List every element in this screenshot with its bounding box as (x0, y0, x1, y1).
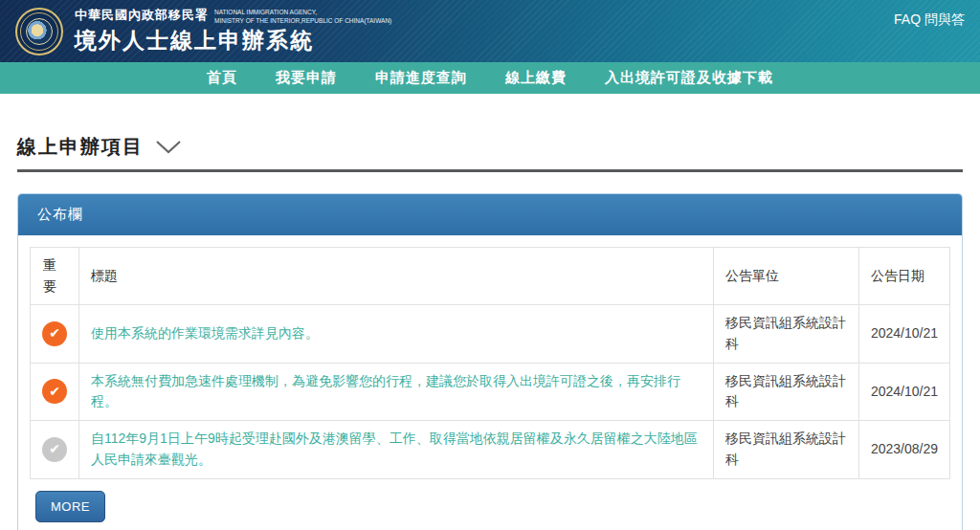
system-title: 境外人士線上申辦系統 (75, 26, 391, 55)
column-header-title: 標題 (79, 248, 714, 305)
table-row: ✔ 使用本系統的作業環境需求詳見內容。 移民資訊組系統設計科 2024/10/2… (31, 305, 950, 363)
agency-logo-icon[interactable] (15, 8, 63, 55)
announcement-date: 2024/10/21 (858, 363, 949, 420)
announcement-link[interactable]: 自112年9月1日上午9時起受理赴國外及港澳留學、工作、取得當地依親居留權及永久… (91, 431, 698, 467)
announcement-link[interactable]: 本系統無付費加急速件處理機制，為避免影響您的行程，建議您於取得入出境許可證之後，… (91, 373, 680, 409)
announcement-panel: 公布欄 重要 標題 公告單位 公告日期 ✔ 使用本系統的 (17, 193, 963, 530)
nav-item-download[interactable]: 入出境許可證及收據下載 (605, 69, 773, 87)
important-check-icon: ✔ (42, 379, 67, 404)
faq-link[interactable]: FAQ 問與答 (894, 11, 965, 29)
nav-item-progress[interactable]: 申請進度查詢 (375, 69, 467, 87)
agency-name-en: NATIONAL IMMIGRATION AGENCY, MINISTRY OF… (214, 7, 391, 24)
table-row: ✔ 本系統無付費加急速件處理機制，為避免影響您的行程，建議您於取得入出境許可證之… (31, 363, 950, 420)
announcement-link[interactable]: 使用本系統的作業環境需求詳見內容。 (91, 325, 319, 341)
announcement-date: 2023/08/29 (858, 421, 949, 478)
nav-item-apply[interactable]: 我要申請 (276, 69, 337, 87)
table-row: ✔ 自112年9月1日上午9時起受理赴國外及港澳留學、工作、取得當地依親居留權及… (31, 421, 950, 478)
announcement-unit: 移民資訊組系統設計科 (713, 305, 858, 363)
important-check-icon: ✔ (42, 321, 67, 346)
announcement-date: 2024/10/21 (858, 305, 949, 363)
agency-name-zh: 中華民國內政部移民署 (75, 7, 209, 24)
header-text-block: 中華民國內政部移民署 NATIONAL IMMIGRATION AGENCY, … (75, 7, 391, 55)
announcement-table: 重要 標題 公告單位 公告日期 ✔ 使用本系統的作業環境需求詳見內容。 移民資訊… (30, 247, 950, 479)
column-header-date: 公告日期 (858, 248, 949, 305)
normal-check-icon: ✔ (42, 437, 67, 462)
more-button[interactable]: MORE (35, 491, 105, 522)
title-divider (17, 169, 963, 172)
main-content: 線上申辦項目 公布欄 重要 標題 公告單位 公告日期 (0, 134, 980, 530)
nav-item-payment[interactable]: 線上繳費 (505, 69, 567, 87)
column-header-important: 重要 (31, 248, 79, 305)
nav-item-home[interactable]: 首頁 (207, 69, 237, 87)
page-title: 線上申辦項目 (17, 134, 144, 160)
chevron-down-icon[interactable] (155, 140, 182, 155)
announcement-unit: 移民資訊組系統設計科 (713, 363, 858, 420)
column-header-unit: 公告單位 (713, 248, 858, 305)
main-nav: 首頁 我要申請 申請進度查詢 線上繳費 入出境許可證及收據下載 (0, 62, 980, 94)
announcement-unit: 移民資訊組系統設計科 (713, 421, 858, 478)
panel-title: 公布欄 (18, 194, 962, 235)
table-header-row: 重要 標題 公告單位 公告日期 (31, 248, 950, 305)
site-header: 中華民國內政部移民署 NATIONAL IMMIGRATION AGENCY, … (0, 0, 980, 62)
